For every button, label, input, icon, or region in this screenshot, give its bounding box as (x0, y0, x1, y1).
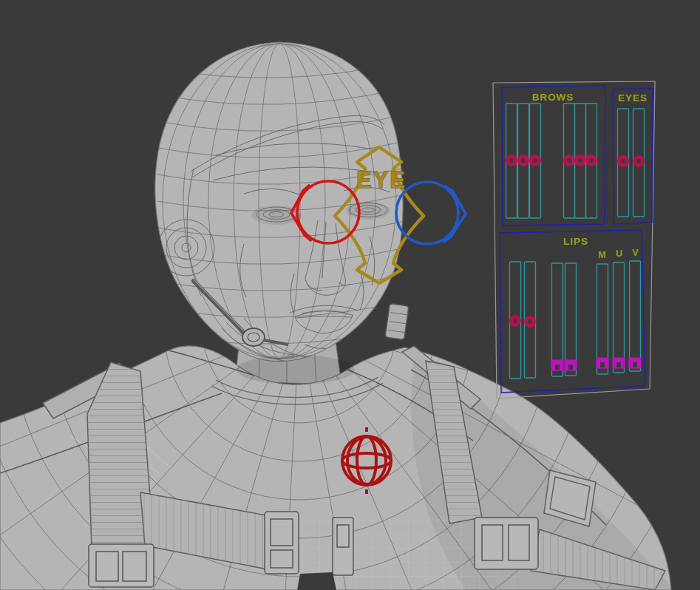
slider-handle-hole-brows-6 (589, 158, 594, 163)
slider-handle-hole-lips-1 (513, 319, 517, 323)
slider-handle-hole-eyes-2 (636, 159, 641, 163)
slider-handle-hole-brows-4 (567, 158, 571, 163)
slider-handle-hole-brows-2 (521, 158, 526, 163)
right-earpiece (385, 303, 409, 339)
eyes-label: EYES (618, 92, 648, 104)
belt-gap (297, 572, 336, 590)
lips-col-label-m: M (598, 250, 606, 260)
lips-label: LIPS (563, 236, 588, 247)
center-buckle (265, 512, 299, 574)
viewport: EYE BROWS EYES LIPS M U V (0, 0, 700, 590)
slider-handle-notch-lips-7 (633, 362, 637, 367)
slider-handle-notch-lips-4 (568, 364, 573, 370)
eye-gizmo-label: EYE (356, 167, 407, 193)
lips-col-label-v: V (632, 248, 639, 258)
slider-handle-hole-brows-1 (509, 158, 514, 163)
slider-handle-notch-lips-5 (600, 362, 605, 367)
center-buckle-plate (333, 518, 353, 575)
lips-col-label-u: U (616, 248, 623, 259)
brows-label: BROWS (532, 92, 574, 103)
slider-handle-hole-eyes-1 (621, 159, 625, 163)
slider-handle-notch-lips-6 (616, 362, 621, 367)
slider-handle-hole-brows-5 (578, 158, 582, 163)
slider-handle-hole-brows-3 (533, 158, 537, 163)
slider-handle-notch-lips-3 (555, 364, 560, 370)
neck-shadow (237, 355, 355, 384)
slider-handle-hole-lips-2 (528, 319, 532, 324)
